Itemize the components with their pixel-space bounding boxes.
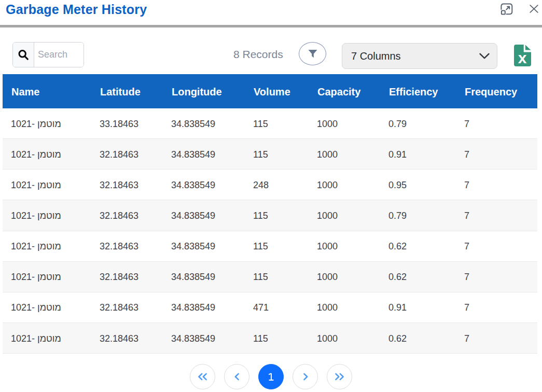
svg-text:x: x — [518, 49, 527, 66]
